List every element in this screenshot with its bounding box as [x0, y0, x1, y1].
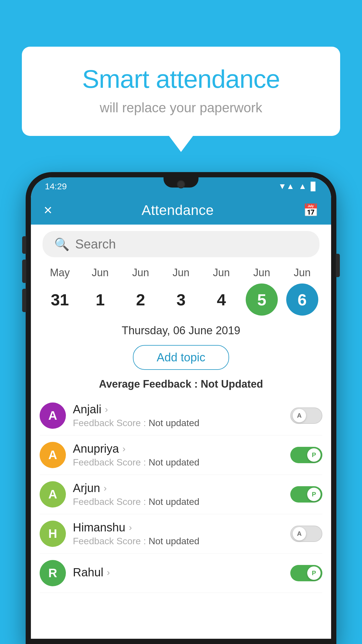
mute-button — [22, 236, 26, 254]
student-name: Anjali› — [73, 403, 283, 416]
battery-icon: ▊ — [311, 182, 317, 191]
close-button[interactable]: × — [44, 202, 52, 218]
avg-feedback: Average Feedback : Not Updated — [31, 378, 331, 390]
student-name: Arjun› — [73, 482, 283, 495]
student-info: Rahul› — [73, 566, 283, 581]
feedback-score: Feedback Score : Not updated — [73, 496, 283, 507]
student-name-text: Anupriya — [73, 442, 119, 455]
speech-bubble-subtitle: will replace your paperwork — [45, 100, 317, 116]
chevron-icon: › — [103, 483, 107, 494]
toggle-knob: P — [307, 566, 321, 580]
date-number: 3 — [165, 284, 197, 316]
avatar: H — [40, 521, 66, 547]
attendance-toggle[interactable]: P — [290, 565, 322, 581]
student-info: Himanshu›Feedback Score : Not updated — [73, 521, 283, 547]
speech-bubble: Smart attendance will replace your paper… — [22, 47, 340, 136]
header-title: Attendance — [142, 202, 214, 218]
student-name: Himanshu› — [73, 521, 283, 534]
avg-feedback-label: Average Feedback : — [99, 378, 198, 390]
date-month: Jun — [173, 267, 189, 279]
student-info: Anjali›Feedback Score : Not updated — [73, 403, 283, 428]
avatar: A — [40, 402, 66, 429]
date-number: 4 — [205, 284, 238, 316]
wifi-icon: ▼▲ — [278, 182, 294, 191]
student-item[interactable]: RRahul›P — [40, 554, 322, 593]
date-month: Jun — [92, 267, 109, 279]
speech-bubble-title: Smart attendance — [45, 64, 317, 94]
student-item[interactable]: AArjun›Feedback Score : Not updatedP — [40, 475, 322, 514]
date-month: Jun — [294, 267, 311, 279]
date-month: Jun — [132, 267, 149, 279]
attendance-toggle[interactable]: A — [290, 526, 322, 542]
search-bar[interactable]: 🔍 — [43, 231, 319, 257]
phone-frame: 14:29 ▼▲ ▲ ▊ × Attendance 📅 🔍 May31Jun1J… — [26, 172, 336, 644]
attendance-toggle[interactable]: P — [290, 447, 322, 463]
status-icons: ▼▲ ▲ ▊ — [278, 182, 317, 191]
date-item[interactable]: Jun4 — [203, 267, 240, 316]
date-number: 1 — [84, 284, 116, 316]
volume-up-button — [22, 260, 26, 283]
student-name-text: Arjun — [73, 482, 100, 495]
chevron-icon: › — [122, 443, 126, 454]
student-name: Anupriya› — [73, 442, 283, 455]
date-item[interactable]: Jun2 — [122, 267, 159, 316]
selected-date-label: Thursday, 06 June 2019 — [31, 324, 331, 337]
chevron-icon: › — [105, 404, 108, 415]
toggle-knob: P — [307, 448, 321, 462]
toggle-knob: A — [293, 527, 306, 540]
student-item[interactable]: AAnupriya›Feedback Score : Not updatedP — [40, 435, 322, 475]
app-header: × Attendance 📅 — [31, 195, 331, 225]
date-month: May — [50, 267, 70, 279]
avg-feedback-value: Not Updated — [201, 378, 263, 390]
student-info: Anupriya›Feedback Score : Not updated — [73, 442, 283, 468]
feedback-score: Feedback Score : Not updated — [73, 536, 283, 547]
toggle-knob: P — [307, 488, 321, 501]
avatar: A — [40, 481, 66, 508]
phone-camera — [177, 180, 185, 188]
date-number: 31 — [44, 284, 76, 316]
student-name-text: Anjali — [73, 403, 101, 416]
date-number: 2 — [124, 284, 157, 316]
student-item[interactable]: HHimanshu›Feedback Score : Not updatedA — [40, 514, 322, 554]
speech-bubble-container: Smart attendance will replace your paper… — [22, 47, 340, 136]
student-info: Arjun›Feedback Score : Not updated — [73, 482, 283, 507]
date-number: 6 — [286, 284, 318, 316]
date-item[interactable]: Jun1 — [81, 267, 119, 316]
feedback-score: Feedback Score : Not updated — [73, 418, 283, 428]
attendance-toggle[interactable]: A — [290, 407, 322, 424]
attendance-toggle[interactable]: P — [290, 486, 322, 503]
status-time: 14:29 — [45, 181, 67, 191]
student-name-text: Rahul — [73, 566, 103, 579]
date-number: 5 — [246, 284, 278, 316]
add-topic-button[interactable]: Add topic — [133, 345, 229, 370]
chevron-icon: › — [107, 567, 110, 578]
signal-icon: ▲ — [298, 182, 307, 191]
avatar: R — [40, 560, 66, 586]
date-month: Jun — [253, 267, 270, 279]
date-item[interactable]: Jun5 — [243, 267, 281, 316]
volume-down-button — [22, 289, 26, 312]
feedback-score: Feedback Score : Not updated — [73, 457, 283, 468]
student-name-text: Himanshu — [73, 521, 125, 534]
chevron-icon: › — [129, 522, 132, 533]
calendar-icon[interactable]: 📅 — [303, 203, 318, 217]
date-month: Jun — [213, 267, 230, 279]
toggle-knob: A — [293, 409, 306, 422]
student-item[interactable]: AAnjali›Feedback Score : Not updatedA — [40, 396, 322, 435]
phone-screen: 14:29 ▼▲ ▲ ▊ × Attendance 📅 🔍 May31Jun1J… — [31, 177, 331, 639]
search-icon: 🔍 — [54, 237, 69, 251]
date-item[interactable]: May31 — [41, 267, 79, 316]
date-item[interactable]: Jun3 — [162, 267, 200, 316]
search-input[interactable] — [75, 237, 308, 251]
student-name: Rahul› — [73, 566, 283, 579]
student-list: AAnjali›Feedback Score : Not updatedAAAn… — [31, 396, 331, 593]
power-button — [336, 254, 340, 277]
date-item[interactable]: Jun6 — [283, 267, 321, 316]
avatar: A — [40, 442, 66, 468]
date-strip: May31Jun1Jun2Jun3Jun4Jun5Jun6 — [31, 264, 331, 316]
